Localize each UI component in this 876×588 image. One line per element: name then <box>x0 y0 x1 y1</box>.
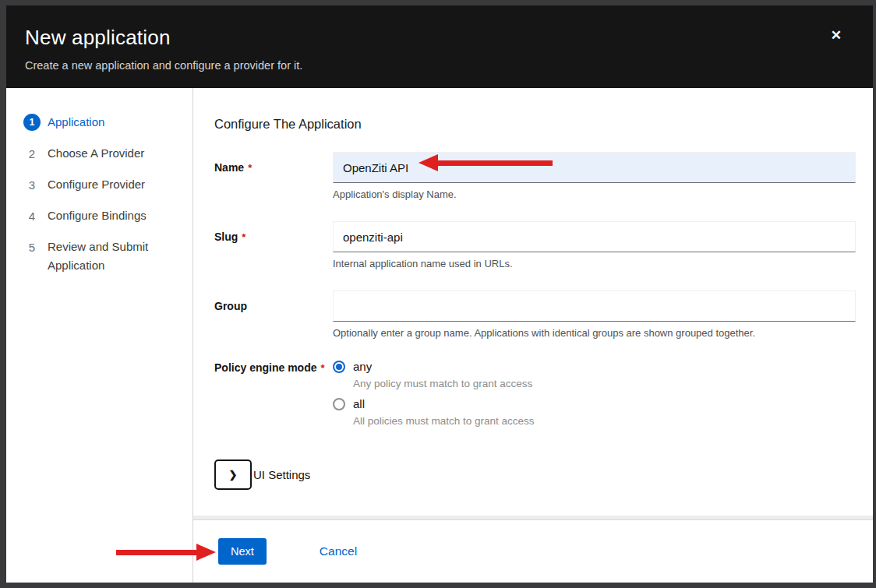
slug-input[interactable] <box>333 221 856 252</box>
group-label: Group <box>214 290 333 339</box>
step-number: 3 <box>23 176 41 193</box>
close-icon[interactable]: ✕ <box>831 29 842 42</box>
slug-help-text: Internal application name used in URLs. <box>333 258 856 269</box>
dialog-footer: Next Cancel <box>193 520 873 583</box>
name-input[interactable] <box>333 152 856 183</box>
cancel-link[interactable]: Cancel <box>320 544 357 558</box>
wizard-step-configure-bindings[interactable]: 4 Configure Bindings <box>23 206 183 225</box>
policy-all-help-text: All policies must match to grant access <box>353 415 856 427</box>
next-button[interactable]: Next <box>218 538 267 565</box>
policy-mode-all-radio[interactable]: all <box>333 397 856 410</box>
step-number: 4 <box>23 207 41 224</box>
step-label: Review and Submit Application <box>48 238 183 275</box>
dialog-header: New application Create a new application… <box>6 5 873 88</box>
ui-settings-expander: ❯ UI Settings <box>214 459 856 490</box>
group-field-row: Group Optionally enter a group name. App… <box>214 290 856 339</box>
dialog-title: New application <box>25 25 848 50</box>
radio-selected-icon <box>333 361 345 373</box>
required-asterisk: * <box>242 231 245 243</box>
group-help-text: Optionally enter a group name. Applicati… <box>333 327 856 339</box>
name-help-text: Application's display Name. <box>333 188 856 200</box>
step-number: 5 <box>23 238 41 255</box>
dialog-body: 1 Application 2 Choose A Provider 3 Conf… <box>6 88 873 583</box>
step-label: Application <box>48 113 104 132</box>
policy-mode-any-radio[interactable]: any <box>333 360 856 373</box>
required-asterisk: * <box>320 362 324 374</box>
name-label: Name* <box>214 152 333 200</box>
step-number: 1 <box>23 114 41 131</box>
wizard-step-application[interactable]: 1 Application <box>23 113 183 132</box>
form-heading: Configure The Application <box>214 117 856 132</box>
radio-unselected-icon <box>333 398 345 410</box>
step-number: 2 <box>23 145 41 162</box>
chevron-right-icon: ❯ <box>229 469 238 481</box>
new-application-dialog: New application Create a new application… <box>6 5 873 583</box>
group-input[interactable] <box>333 290 856 322</box>
dialog-subtitle: Create a new application and configure a… <box>25 59 848 72</box>
wizard-step-choose-provider[interactable]: 2 Choose A Provider <box>23 144 183 163</box>
step-label: Choose A Provider <box>48 144 144 163</box>
step-label: Configure Provider <box>48 175 145 194</box>
name-field-row: Name* Application's display Name. <box>214 152 856 200</box>
application-form: Configure The Application Name* Applicat… <box>193 88 873 516</box>
ui-settings-expand-button[interactable]: ❯ <box>214 459 252 490</box>
required-asterisk: * <box>248 162 252 174</box>
wizard-steps-sidebar: 1 Application 2 Choose A Provider 3 Conf… <box>6 88 193 583</box>
radio-all-label: all <box>353 397 365 410</box>
wizard-step-review-submit[interactable]: 5 Review and Submit Application <box>23 238 183 275</box>
policy-engine-mode-label: Policy engine mode* <box>214 360 333 435</box>
slug-label: Slug* <box>214 221 333 269</box>
policy-engine-mode-row: Policy engine mode* any Any policy must … <box>214 360 856 435</box>
step-label: Configure Bindings <box>48 206 147 225</box>
ui-settings-label: UI Settings <box>253 468 310 481</box>
wizard-main-column: Configure The Application Name* Applicat… <box>193 88 873 583</box>
slug-field-row: Slug* Internal application name used in … <box>214 221 856 269</box>
wizard-step-configure-provider[interactable]: 3 Configure Provider <box>23 175 183 194</box>
policy-any-help-text: Any policy must match to grant access <box>353 378 856 389</box>
radio-any-label: any <box>353 360 372 373</box>
